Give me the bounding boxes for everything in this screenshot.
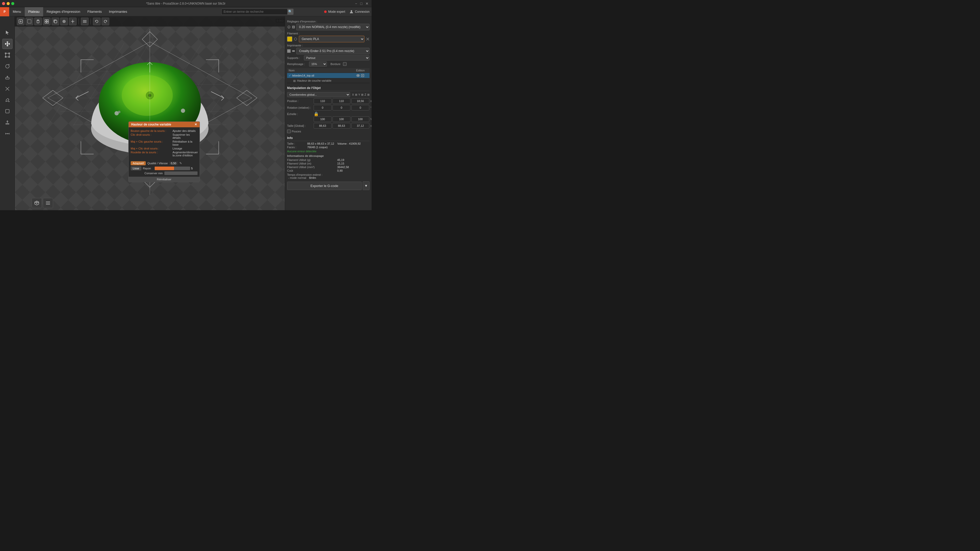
scale-x-input[interactable] [313, 116, 331, 122]
size-y-input[interactable] [332, 123, 350, 129]
left-sidebar [0, 16, 15, 210]
toolbar-redo[interactable] [102, 17, 109, 25]
svg-point-9 [6, 65, 9, 68]
position-x-input[interactable] [313, 98, 331, 104]
svg-rect-29 [47, 20, 48, 21]
vlh-rayon-slider-container[interactable]: 5 [155, 167, 197, 170]
supports-select[interactable]: Partout [304, 56, 369, 60]
sidebar-support-tool[interactable] [2, 118, 13, 127]
bordure-label: Bordure [331, 62, 340, 65]
vlh-edit-icon[interactable]: ✎ [180, 162, 182, 165]
toolbar-delete[interactable] [34, 17, 42, 25]
maximize-traffic-light[interactable] [11, 2, 14, 5]
menu-menu[interactable]: Menu [9, 7, 25, 16]
sidebar-move-tool[interactable] [2, 39, 13, 49]
viewport[interactable]: Hauteur de couche variable ✕ Bouton gauc… [15, 16, 285, 210]
sidebar-rotate-tool[interactable] [2, 61, 13, 71]
toolbar-undo[interactable] [93, 17, 100, 25]
svg-point-34 [64, 21, 65, 22]
pouces-checkbox[interactable] [287, 130, 291, 133]
x-link-icon: ⊞ [355, 93, 357, 97]
sidebar-scale-tool[interactable] [2, 50, 13, 60]
search-input[interactable] [221, 9, 288, 15]
svg-rect-27 [37, 21, 39, 23]
object-item-actions [353, 74, 368, 77]
filament-select[interactable]: Generic PLA [299, 36, 364, 42]
close-traffic-light[interactable] [2, 2, 5, 5]
sidebar-paint-tool[interactable] [2, 95, 13, 105]
export-gcode-button[interactable]: Exporter le G-code [287, 182, 362, 190]
vlh-rayon-label: Rayon [143, 167, 153, 170]
sidebar-cut-tool[interactable] [2, 84, 13, 94]
toolbar-copy[interactable] [52, 17, 59, 25]
edit-icon[interactable] [361, 74, 364, 77]
vlh-rayon-slider[interactable] [155, 167, 190, 170]
toolbar-select-objects[interactable] [25, 17, 33, 25]
echelle-label: Échelle : [287, 113, 313, 116]
svg-rect-30 [45, 22, 46, 23]
vlh-shift-left-value: Réinitialiser à la base [172, 140, 197, 146]
rotation-y-input[interactable] [332, 105, 350, 110]
print-settings-select[interactable]: 0.20 mm NORMAL (0.4 mm nozzle) (modifié) [296, 24, 369, 30]
position-y-input[interactable] [332, 98, 350, 104]
app-logo[interactable]: P [0, 7, 9, 16]
vlh-right-click-label: Clic droit souris : [130, 133, 172, 139]
view-3d-button[interactable] [32, 198, 42, 208]
login-button[interactable]: Connexion [349, 10, 369, 14]
sidebar-place-tool[interactable] [2, 73, 13, 83]
object-list-item-0[interactable]: ✓ lebedev14_top.stl [287, 73, 369, 78]
col-nom-header: Nom [289, 69, 353, 72]
toolbar-add-object[interactable] [17, 17, 24, 25]
scale-y-input[interactable] [332, 116, 350, 122]
vlh-conserver-slider[interactable] [164, 171, 197, 175]
vlh-left-click-label: Bouton gauche de la souris : [130, 129, 172, 132]
vlh-conserver-label: Conserver min [145, 171, 163, 175]
toolbar-view[interactable] [81, 17, 89, 25]
coord-system-select[interactable]: Coordonnées global... [287, 92, 350, 97]
size-z-input[interactable] [352, 123, 369, 129]
size-x-input[interactable] [313, 123, 331, 129]
vlh-reset-button[interactable]: Réinitialiser [129, 176, 200, 182]
toolbar-split[interactable] [69, 17, 76, 25]
bordure-checkbox[interactable] [343, 62, 347, 66]
scale-z-input[interactable] [352, 116, 369, 122]
toolbar-instance[interactable] [60, 17, 68, 25]
sidebar-seam-tool[interactable] [2, 106, 13, 116]
rotation-z-input[interactable] [352, 105, 369, 110]
restore-button[interactable]: □ [360, 2, 363, 6]
lock-icon[interactable]: 🔒 [313, 111, 319, 116]
size-row: Taille [Global] : mm [287, 123, 369, 129]
menu-reglages[interactable]: Réglages d'Impression [43, 7, 84, 16]
menu-imprimantes[interactable]: Imprimantes [105, 7, 131, 16]
filament-color-swatch[interactable] [287, 37, 292, 41]
supports-row: Supports : Partout [287, 56, 369, 60]
object-list-header: Nom Édition [287, 68, 369, 73]
remplissage-select[interactable]: 15% [309, 62, 327, 67]
svg-rect-14 [6, 110, 9, 113]
printer-icon [287, 49, 291, 53]
viewport-toolbar [15, 16, 285, 27]
vlh-adaptive-button[interactable]: Adaptatif [130, 161, 146, 165]
vlh-row-shift-right: Maj + Clic droit souris : Lissage [130, 147, 197, 150]
close-button[interactable]: ✕ [364, 2, 369, 6]
rotation-label: Rotation (relative) : [287, 106, 313, 109]
menu-plateau[interactable]: Plateau [25, 7, 43, 16]
vlh-smooth-button[interactable]: Lisse [130, 166, 142, 170]
info-title: Info [287, 135, 369, 141]
sidebar-measure-tool[interactable] [2, 129, 13, 139]
export-options-button[interactable]: ▼ [363, 181, 369, 190]
vlh-quality-speed-label: Qualité / Vitesse [147, 162, 168, 165]
sidebar-select-tool[interactable] [2, 27, 13, 38]
rotation-x-input[interactable] [313, 105, 331, 110]
printer-select[interactable]: Creality Ender-3 S1 Pro (0.4 mm nozzle) [296, 48, 369, 54]
minimize-traffic-light[interactable] [6, 2, 10, 5]
visibility-icon[interactable] [356, 74, 360, 77]
view-layers-button[interactable] [43, 198, 53, 208]
search-button[interactable]: 🔍 [287, 9, 293, 15]
vlh-close[interactable]: ✕ [194, 123, 197, 126]
vlh-right-click-value: Supprimer les détails [172, 133, 197, 139]
position-z-input[interactable] [352, 98, 369, 104]
toolbar-arrange[interactable] [43, 17, 51, 25]
minimize-button[interactable]: − [354, 2, 358, 6]
menu-filaments[interactable]: Filaments [84, 7, 105, 16]
